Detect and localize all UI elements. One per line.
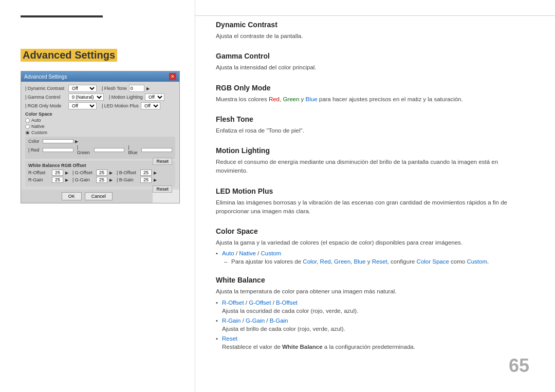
label-rgb-only-mode: | RGB Only Mode [25,103,66,108]
dialog-close-button[interactable]: ✕ [169,73,176,80]
link-reset-cs: Reset [372,258,387,265]
section-dynamic-contrast: Dynamic Contrast Ajusta el contraste de … [216,21,529,41]
advanced-settings-dialog: Advanced Settings ✕ | Dynamic Contrast O… [21,71,180,203]
label-led-motion-plus: | LED Motion Plus [102,103,139,108]
cancel-button[interactable]: Cancel [85,192,113,200]
radio-auto[interactable]: Auto [25,118,175,123]
section-flesh-tone: Flesh Tone Enfatiza el rosa de "Tono de … [216,115,529,135]
select-motion-lighting[interactable]: Off [145,94,164,101]
heading-dynamic-contrast: Dynamic Contrast [216,21,529,29]
radio-native-label: Native [31,124,45,129]
wb-r-gain-label: R-Gain [28,177,50,182]
wb-b-offset-input[interactable] [140,170,152,176]
section-title: Advanced Settings [21,49,117,62]
white-balance-bullet-list: R-Offset / G-Offset / B-Offset Ajusta la… [216,300,529,352]
radio-auto-indicator [25,118,30,123]
text-dynamic-contrast: Ajusta el contraste de la pantalla. [216,32,529,41]
wb-gain-desc: Ajusta el brillo de cada color (rojo, ve… [222,325,529,333]
wb-b-gain-arrow: ▶ [154,178,157,182]
text-flesh-tone: Enfatiza el rosa de "Tono de piel". [216,126,529,135]
dialog-row-3: | RGB Only Mode Off | LED Motion Plus Of… [25,102,175,109]
text-color-space: Ajusta la gama y la variedad de colores … [216,238,529,247]
heading-flesh-tone: Flesh Tone [216,115,529,123]
dialog-row-1: | Dynamic Contrast Off | Flesh Tone ▶ [25,85,175,92]
wb-reset-button[interactable]: Reset [153,185,172,193]
text-rgb-only-mode: Muestra los colores Red, Green y Blue pa… [216,95,529,104]
link-r-offset: R-Offset [222,300,244,306]
wb-g-gain-arrow: ▶ [109,178,113,182]
dialog-buttons: OK Cancel [21,190,153,203]
radio-custom-indicator [25,130,30,135]
select-led-motion-plus[interactable]: Off [141,102,160,109]
wb-bullet-gain: R-Gain / G-Gain / B-Gain Ajusta el brill… [216,318,529,333]
ok-button[interactable]: OK [62,192,82,200]
input-flesh-tone[interactable] [129,85,144,92]
label-gamma-control: | Gamma Control [25,95,66,100]
wb-b-gain-label: | B-Gain [117,177,138,182]
slider-green-track[interactable] [94,148,125,152]
link-red: Red [320,258,331,265]
label-dynamic-contrast: | Dynamic Contrast [25,86,66,91]
link-blue: Blue [354,258,365,265]
wb-b-offset-arrow: ▶ [154,171,157,175]
wb-offset-desc: Ajusta la oscuridad de cada color (rojo,… [222,307,529,315]
wb-g-gain-input[interactable] [96,177,107,183]
link-b-offset: B-Offset [276,300,298,306]
text-white-balance: Ajusta la temperatura de color para obte… [216,287,529,296]
section-white-balance: White Balance Ajusta la temperatura de c… [216,276,529,351]
wb-bullet-reset: Reset Restablece el valor de White Balan… [216,335,529,351]
wb-b-offset-label: | B-Offset [117,170,138,175]
radio-native-indicator [25,124,30,129]
wb-g-offset-input[interactable] [96,170,107,176]
radio-custom-label: Custom [31,130,47,135]
slider-red-label: | Red [28,147,41,153]
wb-r-offset-input[interactable] [52,170,63,176]
arrow-flesh-tone: ▶ [146,86,150,91]
select-dynamic-contrast[interactable]: Off [68,85,97,92]
slider-red-track[interactable] [43,148,73,152]
section-motion-lighting: Motion Lighting Reduce el consumo de ene… [216,146,529,176]
link-native: Native [239,250,256,256]
slider-color-label: Color [28,139,41,144]
link-g-offset: G-Offset [249,300,271,306]
wb-r-offset-label: R-Offset [28,170,50,175]
wb-r-gain-input[interactable] [52,177,63,183]
wb-r-gain-arrow: ▶ [65,178,68,182]
wb-bullet-offset: R-Offset / G-Offset / B-Offset Ajusta la… [216,300,529,315]
link-green: Green [334,258,350,265]
wb-g-offset-arrow: ▶ [109,171,113,175]
label-flesh-tone: | Flesh Tone [102,86,127,91]
heading-rgb-only-mode: RGB Only Mode [216,84,529,92]
top-bar-left [21,15,103,17]
section-led-motion-plus: LED Motion Plus Elimina las imágenes bor… [216,187,529,216]
radio-auto-label: Auto [31,118,41,123]
radio-native[interactable]: Native [25,124,175,129]
select-rgb-only-mode[interactable]: Off [68,102,97,109]
wb-g-gain-label: | G-Gain [72,177,94,182]
link-r-gain: R-Gain [222,318,240,324]
select-gamma-control[interactable]: 0 (Natural) [68,94,104,101]
slider-color-track[interactable] [43,139,73,143]
dialog-title: Advanced Settings [24,74,67,80]
link-color-space: Color Space [417,258,449,265]
heading-color-space: Color Space [216,227,529,235]
text-motion-lighting: Reduce el consumo de energía mediante un… [216,158,529,176]
slider-blue-track[interactable] [141,148,172,152]
link-reset-wb: Reset [222,335,237,342]
color-reset-button[interactable]: Reset [153,158,172,165]
radio-custom[interactable]: Custom [25,130,175,135]
dialog-titlebar: Advanced Settings ✕ [21,71,179,82]
label-motion-lighting: | Motion Lighting [109,95,143,100]
wb-offset-row: R-Offset ▶ | G-Offset ▶ | B-Offset ▶ [28,170,172,176]
color-space-label: Color Space [25,111,175,117]
text-led-motion-plus: Elimina las imágenes borrosas y la vibra… [216,198,529,216]
section-gamma-control: Gamma Control Ajusta la intensidad del c… [216,52,529,72]
slider-rgb-row: | Red | Green | Blue [28,145,172,155]
slider-blue-label: | Blue [128,145,140,155]
slider-green-label: | Green [77,145,92,155]
left-panel: Advanced Settings Advanced Settings ✕ | … [0,0,195,392]
text-red: Red [269,96,280,102]
wb-b-gain-input[interactable] [140,177,152,183]
link-auto: Auto [222,250,234,256]
text-green: Green [283,96,299,102]
